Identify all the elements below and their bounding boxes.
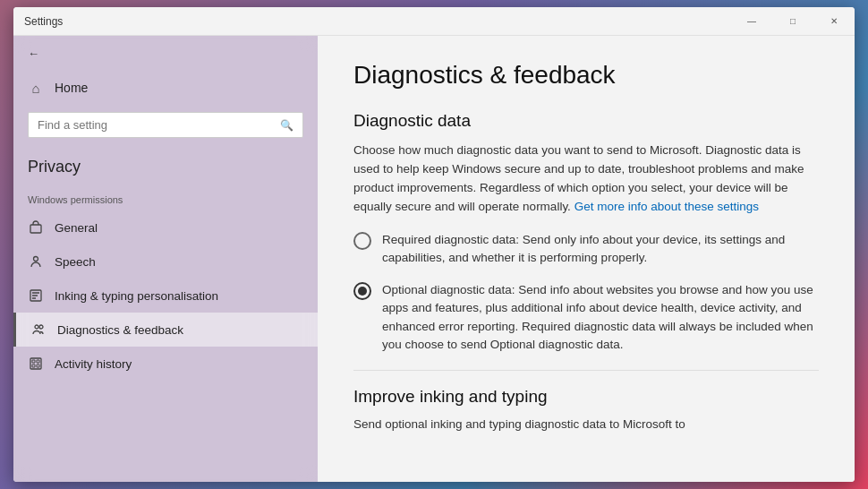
general-label: General [55,221,98,235]
home-icon: ⌂ [28,80,44,96]
general-icon [28,219,44,236]
settings-window: Settings — □ ✕ ← ⌂ Home 🔍 Priva [13,7,855,482]
activity-label: Activity history [55,357,132,371]
activity-icon [28,356,44,372]
radio-optional-label: Optional diagnostic data: Send info abou… [382,281,819,354]
radio-optional-circle[interactable] [353,282,371,300]
radio-required[interactable]: Required diagnostic data: Send only info… [353,231,819,268]
search-input[interactable] [38,118,275,132]
window-controls: — □ ✕ [731,7,855,36]
diagnostics-icon [30,322,47,338]
back-arrow-icon: ← [28,47,39,60]
maximize-button[interactable]: □ [772,7,813,36]
window-title: Settings [24,15,63,28]
search-box[interactable]: 🔍 [28,112,303,138]
speech-label: Speech [55,255,96,269]
sidebar: ← ⌂ Home 🔍 Privacy Windows permissions [13,36,318,482]
more-info-link[interactable]: Get more info about these settings [574,200,759,213]
sidebar-item-diagnostics[interactable]: Diagnostics & feedback [13,313,318,347]
svg-rect-0 [30,225,41,233]
sidebar-item-home[interactable]: ⌂ Home [13,71,318,105]
close-button[interactable]: ✕ [813,7,855,36]
improve-inking-title: Improve inking and typing [353,387,819,407]
sidebar-item-activity[interactable]: Activity history [13,347,318,381]
main-layout: ← ⌂ Home 🔍 Privacy Windows permissions [13,36,855,482]
content-area: Diagnostics & feedback Diagnostic data C… [318,36,855,482]
radio-required-label: Required diagnostic data: Send only info… [382,231,819,268]
minimize-button[interactable]: — [731,7,772,36]
inking-label: Inking & typing personalisation [55,289,218,303]
radio-optional[interactable]: Optional diagnostic data: Send info abou… [353,281,819,354]
titlebar: Settings — □ ✕ [13,7,855,36]
page-title: Diagnostics & feedback [353,61,819,90]
sidebar-item-speech[interactable]: Speech [13,244,318,279]
diagnostic-description: Choose how much diagnostic data you want… [353,142,819,217]
diagnostic-data-title: Diagnostic data [353,111,819,131]
sidebar-item-inking[interactable]: Inking & typing personalisation [13,279,318,313]
svg-point-4 [39,325,43,329]
windows-permissions-title: Windows permissions [13,182,318,210]
section-divider [353,370,819,371]
home-label: Home [55,81,88,95]
radio-required-circle[interactable] [353,232,371,250]
speech-icon [28,253,44,270]
svg-point-3 [35,325,38,329]
back-button[interactable]: ← [13,36,318,71]
svg-point-1 [34,257,38,262]
search-icon: 🔍 [280,119,294,132]
privacy-heading: Privacy [13,145,318,182]
inking-icon [28,287,44,304]
sidebar-item-general[interactable]: General [13,210,318,244]
improve-inking-desc: Send optional inking and typing diagnost… [353,416,819,434]
diagnostics-label: Diagnostics & feedback [57,323,183,337]
